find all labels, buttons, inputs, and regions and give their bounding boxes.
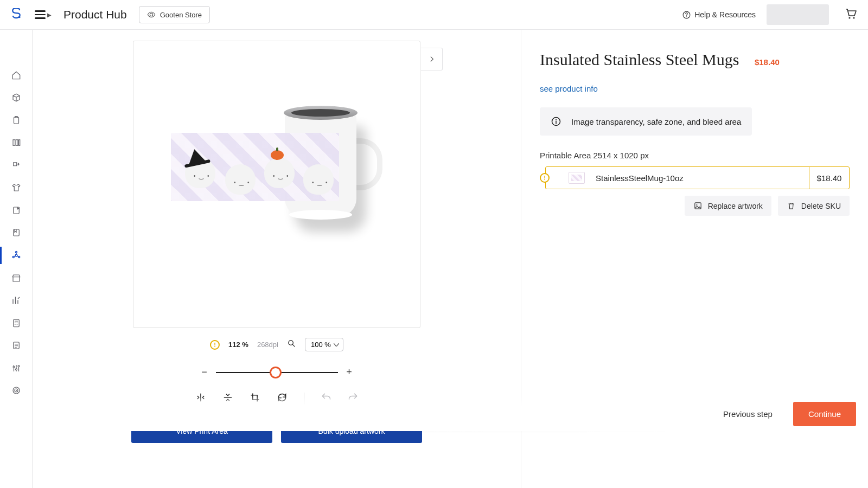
nav-product-hub[interactable] (0, 250, 32, 261)
product-info-link[interactable]: see product info (540, 84, 850, 93)
calculator-icon (11, 318, 21, 328)
info-callout[interactable]: Image transparency, safe zone, and bleed… (540, 107, 752, 136)
svg-point-2 (686, 16, 687, 17)
nav-home[interactable] (0, 70, 32, 81)
nav-notes[interactable] (0, 205, 32, 216)
document-icon (11, 341, 21, 350)
scale-percent: 112 % (228, 341, 248, 349)
zoom-slider-track[interactable] (216, 372, 338, 373)
sku-price: $18.40 (809, 167, 849, 189)
brand-g-icon (11, 8, 21, 21)
storefront-icon (11, 273, 21, 283)
svg-point-26 (556, 119, 557, 120)
warning-icon: ! (210, 340, 220, 350)
magnifier-icon (287, 339, 296, 348)
svg-rect-8 (16, 140, 18, 146)
svg-point-15 (18, 256, 20, 258)
zoom-tool[interactable] (287, 339, 296, 350)
info-icon (551, 116, 561, 127)
page-title: Product Hub (63, 8, 127, 21)
replace-artwork-label: Replace artwork (708, 202, 763, 210)
nav-analytics[interactable] (0, 295, 32, 306)
svg-point-24 (289, 341, 293, 345)
hamburger-icon (35, 10, 46, 19)
replace-artwork-button[interactable]: Replace artwork (685, 196, 771, 216)
logo (2, 8, 30, 21)
chevron-right-icon (428, 55, 436, 63)
product-mockup: • ‿ • • ‿ • • ‿ • • ‿ • (160, 106, 393, 230)
home-icon (11, 70, 21, 80)
canvas-meta: ! 112 % 268dpi 100 % (210, 338, 343, 351)
tshirt-icon (11, 183, 21, 192)
preview-canvas[interactable]: • ‿ • • ‿ • • ‿ • • ‿ • (133, 41, 420, 328)
hub-icon (11, 251, 21, 260)
nav-bookmark[interactable] (0, 228, 32, 239)
package-icon (11, 93, 21, 102)
nav-target[interactable] (0, 385, 32, 396)
nav-export[interactable] (0, 160, 32, 171)
sliders-icon (11, 363, 21, 373)
product-title: Insulated Stainless Steel Mugs (540, 50, 739, 68)
cart-button[interactable] (844, 7, 857, 22)
svg-rect-16 (13, 319, 19, 327)
target-icon (11, 386, 21, 395)
svg-point-28 (696, 204, 697, 206)
svg-point-19 (15, 368, 17, 370)
artwork-overlay: • ‿ • • ‿ • • ‿ • • ‿ • (171, 133, 339, 201)
svg-rect-9 (18, 140, 20, 146)
delete-sku-label: Delete SKU (801, 202, 841, 210)
nav-apparel[interactable] (0, 183, 32, 194)
preview-store-label: Gooten Store (160, 11, 202, 19)
trash-icon (787, 201, 796, 210)
svg-rect-7 (13, 140, 15, 146)
sku-name: StainlessSteelMug-10oz (585, 167, 809, 189)
collection-icon (11, 138, 21, 147)
help-icon (682, 10, 691, 20)
help-label: Help & Resources (694, 10, 756, 19)
dpi-readout: 268dpi (257, 341, 278, 349)
svg-point-23 (16, 390, 17, 391)
zoom-slider: − + (201, 367, 353, 378)
nav-store[interactable] (0, 273, 32, 284)
eye-icon (147, 10, 156, 19)
clipboard-icon (11, 115, 21, 125)
sku-row[interactable]: StainlessSteelMug-10oz $18.40 (545, 166, 850, 189)
nav-orders[interactable] (0, 93, 32, 104)
image-icon (693, 201, 703, 210)
previous-step-button[interactable]: Previous step (711, 402, 784, 426)
svg-point-4 (853, 17, 854, 18)
nav-settings[interactable] (0, 363, 32, 374)
help-link[interactable]: Help & Resources (682, 10, 756, 20)
app-header: ▶ Product Hub Gooten Store Help & Resour… (0, 0, 868, 30)
export-icon (11, 160, 21, 170)
nav-clipboard[interactable] (0, 115, 32, 126)
svg-point-13 (15, 252, 17, 253)
sidebar (0, 30, 33, 488)
sku-warning-icon: ! (540, 173, 550, 183)
note-icon (11, 206, 21, 215)
chart-icon (11, 296, 21, 305)
header-placeholder-button[interactable] (767, 4, 829, 25)
svg-point-18 (13, 366, 15, 368)
zoom-select[interactable]: 100 % (305, 338, 343, 351)
expand-panel-button[interactable] (421, 48, 443, 70)
cart-icon (844, 7, 857, 20)
sku-thumbnail (569, 172, 585, 184)
delete-sku-button[interactable]: Delete SKU (778, 196, 850, 216)
svg-point-3 (848, 17, 850, 18)
continue-button[interactable]: Continue (793, 402, 856, 426)
svg-point-20 (18, 365, 20, 367)
svg-point-14 (12, 256, 14, 258)
zoom-out-button[interactable]: − (201, 367, 208, 378)
bookmark-icon (11, 228, 21, 237)
chevron-right-icon: ▶ (47, 12, 52, 18)
preview-store-button[interactable]: Gooten Store (139, 6, 210, 23)
nav-calc[interactable] (0, 318, 32, 329)
nav-doc[interactable] (0, 340, 32, 351)
callout-text: Image transparency, safe zone, and bleed… (571, 117, 741, 126)
zoom-slider-thumb[interactable] (270, 367, 282, 378)
wizard-footer: Previous step Continue (33, 396, 868, 431)
menu-toggle[interactable]: ▶ (30, 6, 56, 23)
nav-library[interactable] (0, 138, 32, 149)
zoom-in-button[interactable]: + (346, 367, 353, 378)
